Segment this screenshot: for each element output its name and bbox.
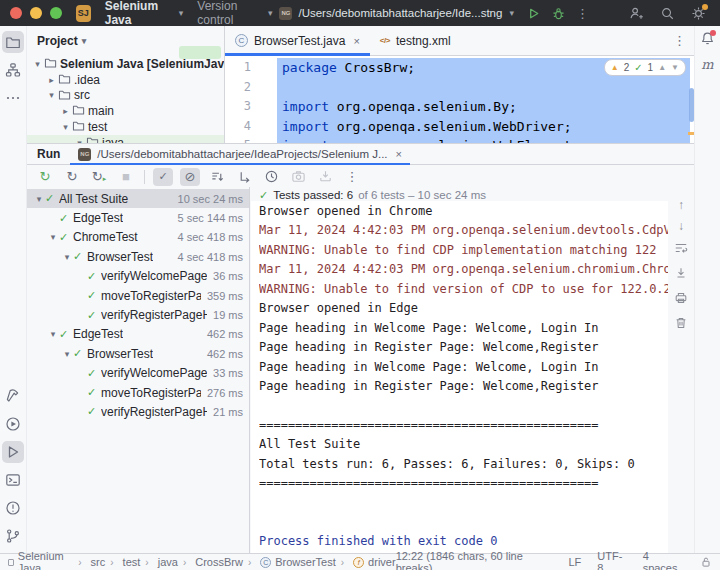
rerun-failed-icon[interactable]: ↻ — [62, 168, 82, 186]
breadcrumb-item[interactable]: › Selenium Java — [8, 550, 73, 570]
project-tree-row[interactable]: ▾ java — [27, 135, 224, 143]
project-panel-title[interactable]: Project — [37, 34, 78, 48]
clear-all-icon[interactable] — [674, 316, 688, 332]
caret-position[interactable]: 12:22 (1846 chars, 60 line breaks) — [396, 550, 553, 570]
soft-wrap-icon[interactable] — [674, 241, 688, 257]
tab-options-icon[interactable]: ⋮ — [673, 33, 686, 48]
test-tree-row[interactable]: ▾ ✓ All Test Suite 10 sec 24 ms — [27, 189, 249, 208]
line-number: 2 — [225, 78, 251, 98]
sort-by-duration-icon[interactable] — [261, 168, 281, 186]
breadcrumb-item[interactable]: › test — [105, 556, 140, 568]
more-icon[interactable]: ⋮ — [342, 168, 362, 186]
breadcrumb-item[interactable]: › C BrowserTest — [243, 556, 336, 568]
test-console[interactable]: ✓ Tests passed: 6 of 6 tests – 10 sec 24… — [251, 187, 668, 553]
more-icon[interactable] — [2, 87, 24, 109]
more-icon[interactable]: ⋮ — [576, 6, 589, 21]
maximize-window-button[interactable] — [50, 7, 62, 19]
left-tool-stripe — [0, 26, 27, 553]
git-branch-icon[interactable] — [2, 525, 24, 547]
run-icon[interactable] — [526, 6, 541, 21]
close-window-button[interactable] — [10, 7, 22, 19]
inspection-widget[interactable]: ▲2 ✓1 ▲ ▼ — [604, 59, 686, 76]
project-tree-row[interactable]: ▸ main — [27, 103, 224, 119]
lock-icon[interactable] — [700, 556, 712, 568]
project-tree-row[interactable]: ▾ src — [27, 88, 224, 104]
maven-icon[interactable]: m — [701, 57, 713, 72]
test-passed-icon: ✓ — [59, 231, 73, 244]
test-tree-row[interactable]: ✓ verifyRegisterPageHeading (1) 21 ms — [27, 402, 249, 421]
run-tab[interactable]: NG /Users/debomitabhattacharjee/IdeaProj… — [70, 144, 410, 164]
project-menu[interactable]: Selenium Java ▾ — [98, 2, 191, 24]
print-icon[interactable] — [674, 291, 688, 307]
test-tree-row[interactable]: ▾ ✓ ChromeTest 4 sec 418 ms — [27, 228, 249, 247]
settings-gear-icon[interactable] — [691, 6, 706, 21]
file-encoding[interactable]: UTF-8 — [597, 550, 626, 570]
tree-chevron-icon[interactable]: ▸ — [45, 75, 58, 85]
tree-chevron-icon[interactable]: ▾ — [59, 122, 72, 132]
tab-testng-xml[interactable]: </> testng.xml — [370, 26, 461, 55]
services-icon[interactable] — [2, 413, 24, 435]
terminal-icon[interactable] — [2, 469, 24, 491]
breadcrumb-item[interactable]: › java — [140, 556, 178, 568]
next-problem-icon[interactable]: ▼ — [671, 63, 679, 72]
test-tree-row[interactable]: ▾ ✓ BrowserTest 462 ms — [27, 344, 249, 363]
project-tree-row[interactable]: ▸ .idea — [27, 72, 224, 88]
breadcrumb-item[interactable]: › CrossBrw — [178, 556, 243, 568]
add-user-icon[interactable] — [629, 6, 644, 21]
tree-chevron-icon[interactable]: ▾ — [61, 252, 73, 262]
toggle-auto-test-icon[interactable]: ↻▸ — [89, 168, 109, 186]
test-passed-icon: ✓ — [87, 270, 101, 283]
show-passed-icon[interactable]: ✓ — [153, 168, 173, 186]
prev-problem-icon[interactable]: ▲ — [658, 63, 666, 72]
build-hammer-icon[interactable] — [2, 385, 24, 407]
test-tree-row[interactable]: ✓ verifyRegisterPageHeading 19 ms — [27, 305, 249, 324]
rerun-icon[interactable]: ↻ — [35, 168, 55, 186]
test-snapshot-icon[interactable] — [288, 168, 308, 186]
code-line: import org.openqa.selenium.WebDriver; — [282, 117, 690, 137]
run-configuration-selector[interactable]: /Users/debomitabhattacharjee/Ide...stng.… — [298, 7, 503, 19]
tree-chevron-icon[interactable]: ▾ — [45, 90, 58, 100]
problems-icon[interactable] — [2, 497, 24, 519]
test-tree-row[interactable]: ▾ ✓ BrowserTest 4 sec 418 ms — [27, 247, 249, 266]
test-tree-row[interactable]: ✓ moveToRegisterPage (1) 276 ms — [27, 383, 249, 402]
minimize-window-button[interactable] — [30, 7, 42, 19]
debug-bug-icon[interactable] — [551, 6, 566, 21]
sort-icon[interactable] — [207, 168, 227, 186]
project-tree-row[interactable]: ▾ test — [27, 119, 224, 135]
tree-chevron-icon[interactable]: ▸ — [59, 106, 72, 116]
scroll-down-icon[interactable]: ↓ — [678, 220, 684, 232]
breadcrumb-item[interactable]: › f driver — [336, 556, 396, 568]
test-tree-row[interactable]: ✓ EdgeTest 5 sec 144 ms — [27, 208, 249, 227]
line-separator[interactable]: LF — [568, 556, 581, 568]
navigate-icon[interactable] — [234, 168, 254, 186]
stop-icon[interactable]: ■ — [116, 168, 136, 186]
close-tab-icon[interactable]: × — [396, 148, 402, 160]
tree-chevron-icon[interactable]: ▾ — [61, 349, 73, 359]
import-results-icon[interactable] — [315, 168, 335, 186]
line-number: 4 — [225, 117, 251, 137]
editor-body[interactable]: 12345 package CrossBrw; import org.openq… — [225, 56, 694, 143]
run-tool-window-icon[interactable] — [2, 441, 24, 463]
tree-chevron-icon[interactable]: ▾ — [33, 194, 45, 204]
tab-browsertest-java[interactable]: C BrowserTest.java × — [225, 26, 370, 55]
close-tab-icon[interactable]: × — [353, 35, 359, 47]
structure-icon[interactable] — [2, 59, 24, 81]
tree-chevron-icon[interactable]: ▾ — [31, 59, 44, 69]
test-tree-row[interactable]: ✓ moveToRegisterPage 359 ms — [27, 286, 249, 305]
breadcrumb-item[interactable]: › src — [73, 556, 105, 568]
indent-setting[interactable]: 4 spaces — [643, 550, 684, 570]
window-controls — [10, 7, 62, 19]
notifications-bell-icon[interactable] — [700, 31, 715, 49]
tree-chevron-icon[interactable]: ▾ — [47, 329, 59, 339]
test-tree-row[interactable]: ✓ verifyWelcomePageHeading (1) 33 ms — [27, 364, 249, 383]
search-icon[interactable] — [660, 6, 675, 21]
project-folder-icon[interactable] — [2, 31, 24, 53]
vcs-menu[interactable]: Version control ▾ — [190, 2, 279, 24]
tree-chevron-icon[interactable]: ▾ — [47, 232, 59, 242]
test-tree-row[interactable]: ▾ ✓ EdgeTest 462 ms — [27, 325, 249, 344]
show-ignored-icon[interactable]: ⊘ — [180, 168, 200, 186]
console-output[interactable]: Browser opened in Chrome Mar 11, 2024 4:… — [251, 197, 668, 552]
scroll-to-end-icon[interactable] — [674, 266, 688, 282]
scroll-up-icon[interactable]: ↑ — [678, 199, 684, 211]
test-tree-row[interactable]: ✓ verifyWelcomePageHeading 36 ms — [27, 267, 249, 286]
